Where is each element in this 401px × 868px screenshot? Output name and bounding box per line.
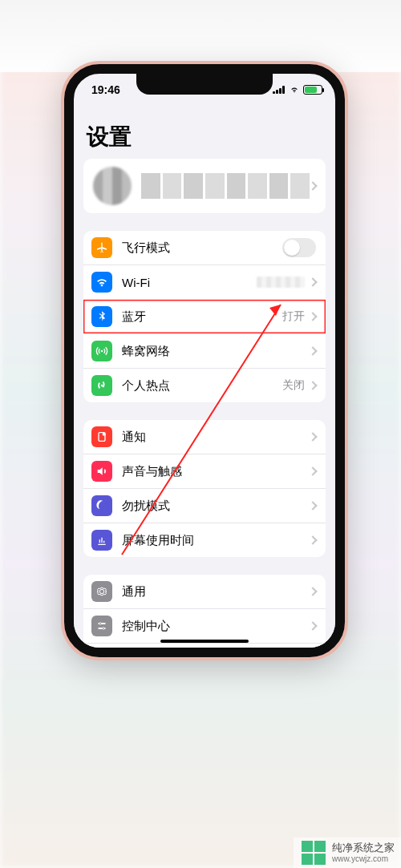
background-top <box>0 0 401 72</box>
chevron-right-icon <box>308 501 317 510</box>
settings-screen: 设置 飞行模式Wi-Fi蓝牙打开蜂窝网络个人热点关闭通知声音与触感勿扰模式屏幕使… <box>74 106 335 648</box>
row-label: 通知 <box>122 430 310 445</box>
settings-row[interactable]: Wi-Fi <box>83 265 326 300</box>
chevron-right-icon <box>308 466 317 475</box>
chevron-right-icon <box>308 346 317 355</box>
general-icon <box>91 581 112 602</box>
row-label: 屏幕使用时间 <box>122 533 310 548</box>
chevron-right-icon <box>308 621 317 630</box>
svg-point-4 <box>99 623 102 625</box>
airplane-icon <box>91 237 112 258</box>
settings-row[interactable]: 通用 <box>83 575 326 609</box>
row-label: 蜂窝网络 <box>122 344 310 359</box>
status-time: 19:46 <box>91 83 120 96</box>
row-label: 飞行模式 <box>122 240 282 256</box>
row-value: 打开 <box>282 309 305 324</box>
wifi-status-icon <box>289 86 300 94</box>
cellular-icon <box>91 341 112 361</box>
battery-icon <box>303 85 322 95</box>
row-label: 蓝牙 <box>122 309 282 325</box>
settings-row[interactable]: AA显示与亮度 <box>83 644 326 648</box>
hotspot-icon <box>91 375 112 396</box>
avatar <box>93 167 132 205</box>
chevron-right-icon <box>308 535 317 544</box>
row-value-blurred <box>257 277 305 288</box>
settings-group: 通用控制中心AA显示与亮度辅助功能 <box>83 575 326 648</box>
page-title: 设置 <box>74 106 335 159</box>
settings-group: 通知声音与触感勿扰模式屏幕使用时间 <box>83 420 326 557</box>
sounds-icon <box>91 461 112 482</box>
profile-name-blurred <box>141 173 310 199</box>
settings-row[interactable]: 飞行模式 <box>83 231 326 265</box>
settings-row[interactable]: 屏幕使用时间 <box>83 523 326 557</box>
settings-row[interactable]: 通知 <box>83 420 326 454</box>
svg-point-2 <box>103 433 106 436</box>
phone-frame: 19:46 设置 飞行模式Wi-Fi蓝牙打开蜂窝网络个人热点关闭通知声音与触感勿… <box>64 64 345 657</box>
settings-row[interactable]: 个人热点关闭 <box>83 369 326 402</box>
chevron-right-icon <box>308 181 317 190</box>
wifi-icon <box>91 272 112 293</box>
watermark-name: 纯净系统之家 <box>332 842 395 854</box>
svg-point-6 <box>103 628 105 630</box>
chevron-right-icon <box>308 381 317 390</box>
settings-group: 飞行模式Wi-Fi蓝牙打开蜂窝网络个人热点关闭 <box>83 231 326 402</box>
home-indicator <box>160 640 249 643</box>
bluetooth-icon <box>91 306 112 327</box>
chevron-right-icon <box>308 432 317 441</box>
controlcenter-icon <box>91 616 112 636</box>
status-right <box>273 85 322 95</box>
watermark: 纯净系统之家 www.ycwjz.com <box>294 838 401 868</box>
chevron-right-icon <box>308 587 317 595</box>
row-value: 关闭 <box>282 378 305 393</box>
row-label: 声音与触感 <box>122 464 310 479</box>
settings-row[interactable]: 勿扰模式 <box>83 489 326 523</box>
settings-row[interactable]: 声音与触感 <box>83 454 326 489</box>
notch <box>136 74 273 95</box>
watermark-url: www.ycwjz.com <box>332 854 395 864</box>
row-label: 勿扰模式 <box>122 499 310 514</box>
row-label: Wi-Fi <box>122 276 257 289</box>
row-label: 个人热点 <box>122 378 282 394</box>
notifications-icon <box>91 426 112 447</box>
settings-row[interactable]: 控制中心 <box>83 609 326 644</box>
svg-point-0 <box>101 350 103 353</box>
profile-row[interactable] <box>83 159 326 213</box>
settings-row[interactable]: 蓝牙打开 <box>83 300 326 334</box>
chevron-right-icon <box>308 277 317 286</box>
toggle[interactable] <box>282 238 316 257</box>
dnd-icon <box>91 495 112 516</box>
signal-icon <box>273 86 286 94</box>
row-label: 通用 <box>122 584 310 600</box>
watermark-logo <box>302 841 326 865</box>
row-label: 控制中心 <box>122 619 310 634</box>
settings-row[interactable]: 蜂窝网络 <box>83 334 326 369</box>
screentime-icon <box>91 530 112 551</box>
chevron-right-icon <box>308 312 317 321</box>
